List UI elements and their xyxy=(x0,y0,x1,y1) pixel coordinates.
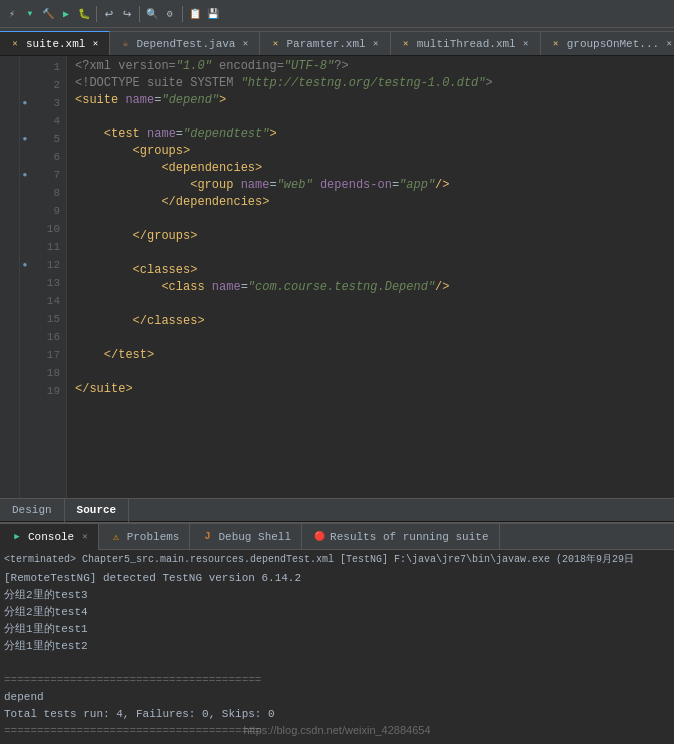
debug-icon: J xyxy=(200,530,214,544)
gutter-1 xyxy=(20,58,30,76)
results-icon: 🔴 xyxy=(312,530,326,544)
code-line-1: <?xml version="1.0" encoding="UTF-8"?> xyxy=(75,58,666,75)
console-icon: ▶ xyxy=(10,530,24,544)
view-tabs: Design Source xyxy=(0,498,674,522)
console-line-4: 分组1里的test1 xyxy=(4,621,670,638)
toolbar-icon-build[interactable]: 🔨 xyxy=(40,6,56,22)
view-tab-source-label: Source xyxy=(77,504,117,516)
gutter-10 xyxy=(20,220,30,238)
console-line-2: 分组2里的test3 xyxy=(4,587,670,604)
code-line-18: </test> xyxy=(75,347,666,364)
gutter-6 xyxy=(20,148,30,166)
code-line-3: <suite name="depend"> xyxy=(75,92,666,109)
gutter-5: ● xyxy=(20,130,30,148)
panel-tab-problems[interactable]: ⚠ Problems xyxy=(99,524,191,550)
sep-2 xyxy=(139,6,140,22)
code-line-20: </suite> xyxy=(75,381,666,398)
gutter-3: ● xyxy=(20,94,30,112)
tab-groupsonmet-close[interactable]: ✕ xyxy=(663,38,674,50)
gutter-7: ● xyxy=(20,166,30,184)
gutter-11 xyxy=(20,238,30,256)
toolbar-icon-debug[interactable]: 🐛 xyxy=(76,6,92,22)
code-line-11: </groups> xyxy=(75,228,666,245)
panel-tab-problems-label: Problems xyxy=(127,531,180,543)
code-line-10 xyxy=(75,211,666,228)
sep-3 xyxy=(182,6,183,22)
toolbar-icon-search[interactable]: 🔍 xyxy=(144,6,160,22)
toolbar-icon-undo[interactable]: ↩ xyxy=(101,6,117,22)
console-content[interactable]: <terminated> Chapter5_src.main.resources… xyxy=(0,550,674,744)
tab-suite-xml-close[interactable]: ✕ xyxy=(89,38,101,50)
code-line-17 xyxy=(75,330,666,347)
code-line-4 xyxy=(75,109,666,126)
view-tab-design[interactable]: Design xyxy=(0,498,65,522)
depend-test-icon: ☕ xyxy=(118,37,132,51)
left-sidebar xyxy=(0,56,20,498)
tab-paramter-xml-close[interactable]: ✕ xyxy=(370,38,382,50)
gutter-2 xyxy=(20,76,30,94)
main-toolbar: ⚡ ▼ 🔨 ▶ 🐛 ↩ ↪ 🔍 ⚙ 📋 💾 xyxy=(0,0,674,28)
editor-tab-bar: ✕ suite.xml ✕ ☕ DependTest.java ✕ ✕ Para… xyxy=(0,28,674,56)
panel-tab-debug[interactable]: J Debug Shell xyxy=(190,524,302,550)
gutter-4 xyxy=(20,112,30,130)
panel-tab-console-label: Console xyxy=(28,531,74,543)
bottom-panel: ▶ Console ✕ ⚠ Problems J Debug Shell 🔴 R… xyxy=(0,522,674,744)
panel-tab-bar: ▶ Console ✕ ⚠ Problems J Debug Shell 🔴 R… xyxy=(0,524,674,550)
console-header: <terminated> Chapter5_src.main.resources… xyxy=(4,552,670,568)
console-line-sep1 xyxy=(4,655,670,672)
tab-depend-test[interactable]: ☕ DependTest.java ✕ xyxy=(110,31,260,55)
tab-depend-test-label: DependTest.java xyxy=(136,38,235,50)
toolbar-icon-5[interactable]: 📋 xyxy=(187,6,203,22)
toolbar-icon-settings[interactable]: ⚙ xyxy=(162,6,178,22)
line-numbers: 12345 678910 1112131415 16171819 xyxy=(32,56,67,498)
code-line-9: </dependencies> xyxy=(75,194,666,211)
toolbar-icon-run[interactable]: ▶ xyxy=(58,6,74,22)
toolbar-icon-2[interactable]: ▼ xyxy=(22,6,38,22)
code-container: ● ● ● ● 12345 678910 1112131415 16171819 xyxy=(0,56,674,498)
code-line-6: <groups> xyxy=(75,143,666,160)
tab-suite-xml[interactable]: ✕ suite.xml ✕ xyxy=(0,31,110,55)
view-tab-design-label: Design xyxy=(12,504,52,516)
console-sep-2: ======================================= xyxy=(4,723,670,740)
code-line-5: <test name="dependtest"> xyxy=(75,126,666,143)
console-sep-1: ======================================= xyxy=(4,672,670,689)
view-tab-source[interactable]: Source xyxy=(65,498,130,522)
toolbar-icon-redo[interactable]: ↪ xyxy=(119,6,135,22)
console-total: Total tests run: 4, Failures: 0, Skips: … xyxy=(4,706,670,723)
panel-tab-results[interactable]: 🔴 Results of running suite xyxy=(302,524,499,550)
paramter-xml-icon: ✕ xyxy=(268,37,282,51)
tab-depend-test-close[interactable]: ✕ xyxy=(239,38,251,50)
code-line-19 xyxy=(75,364,666,381)
panel-tab-results-label: Results of running suite xyxy=(330,531,488,543)
console-close-btn[interactable]: ✕ xyxy=(82,531,87,542)
gutter-9 xyxy=(20,202,30,220)
editor-main: ● ● ● ● 12345 678910 1112131415 16171819 xyxy=(0,56,674,522)
app-window: ⚡ ▼ 🔨 ▶ 🐛 ↩ ↪ 🔍 ⚙ 📋 💾 ✕ suite.xml ✕ ☕ De… xyxy=(0,0,674,744)
toolbar-icon-1[interactable]: ⚡ xyxy=(4,6,20,22)
sep-1 xyxy=(96,6,97,22)
panel-tab-debug-label: Debug Shell xyxy=(218,531,291,543)
tab-multithread-xml-close[interactable]: ✕ xyxy=(520,38,532,50)
problems-icon: ⚠ xyxy=(109,530,123,544)
code-line-7: <dependencies> xyxy=(75,160,666,177)
code-line-15 xyxy=(75,296,666,313)
code-line-12 xyxy=(75,245,666,262)
code-area[interactable]: <?xml version="1.0" encoding="UTF-8"?> <… xyxy=(67,56,674,498)
suite-xml-icon: ✕ xyxy=(8,37,22,51)
console-line-1: [RemoteTestNG] detected TestNG version 6… xyxy=(4,570,670,587)
code-line-8: <group name="web" depends-on="app"/> xyxy=(75,177,666,194)
code-line-14: <class name="com.course.testng.Depend"/> xyxy=(75,279,666,296)
code-line-16: </classes> xyxy=(75,313,666,330)
tab-suite-xml-label: suite.xml xyxy=(26,38,85,50)
panel-tab-console[interactable]: ▶ Console ✕ xyxy=(0,524,99,550)
gutter-markers: ● ● ● ● xyxy=(20,56,32,498)
tab-groupsonmet[interactable]: ✕ groupsOnMet... ✕ xyxy=(541,31,674,55)
tab-multithread-xml-label: multiThread.xml xyxy=(417,38,516,50)
tab-paramter-xml[interactable]: ✕ Paramter.xml ✕ xyxy=(260,31,390,55)
gutter-8 xyxy=(20,184,30,202)
code-line-13: <classes> xyxy=(75,262,666,279)
toolbar-icon-6[interactable]: 💾 xyxy=(205,6,221,22)
code-line-2: <!DOCTYPE suite SYSTEM "http://testng.or… xyxy=(75,75,666,92)
tab-multithread-xml[interactable]: ✕ multiThread.xml ✕ xyxy=(391,31,541,55)
tab-groupsonmet-label: groupsOnMet... xyxy=(567,38,659,50)
